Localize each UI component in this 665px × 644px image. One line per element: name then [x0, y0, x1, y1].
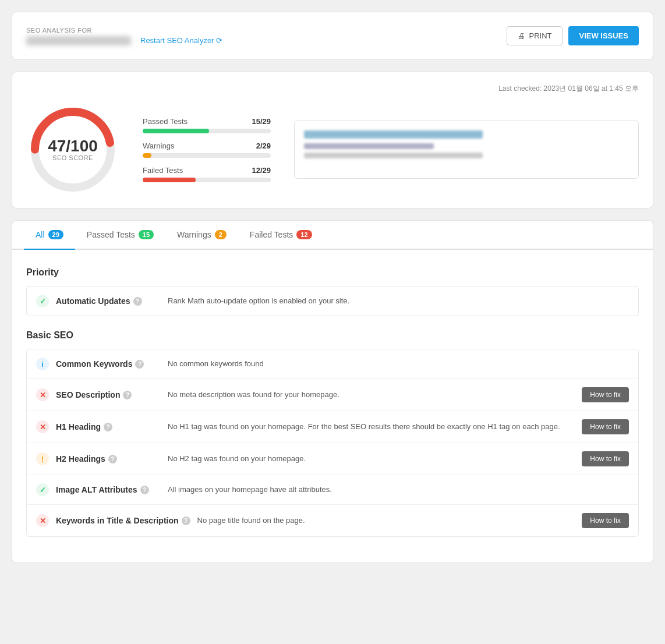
passed-tests-value: 15/29	[252, 117, 271, 126]
how-to-fix-keywords-title-desc[interactable]: How to fix	[582, 513, 629, 528]
priority-check-list: ✓ Automatic Updates ? Rank Math auto-upd…	[26, 286, 639, 316]
failed-tests-bar-bg	[143, 178, 271, 182]
warnings-label: Warnings	[143, 141, 174, 150]
warnings-stat: Warnings 2/29	[143, 141, 271, 158]
refresh-icon: ⟳	[216, 36, 222, 45]
warnings-bar-bg	[143, 153, 271, 158]
check-item-seo-description: ✕ SEO Description ? No meta description …	[27, 379, 638, 411]
passed-tests-bar-bg	[143, 129, 271, 133]
how-to-fix-seo-description[interactable]: How to fix	[582, 387, 629, 402]
header-buttons: 🖨 PRINT VIEW ISSUES	[507, 26, 639, 45]
check-desc-h2-headings: No H2 tag was found on your homepage.	[168, 453, 575, 465]
failed-tests-bar-fill	[143, 178, 196, 182]
check-icon-fail-seo-desc: ✕	[36, 388, 49, 401]
tab-warnings[interactable]: Warnings 2	[165, 221, 238, 250]
score-card: Last checked: 2023년 01월 06일 at 1:45 오후 4…	[12, 72, 653, 208]
check-item-h1-heading: ✕ H1 Heading ? No H1 tag was found on yo…	[27, 411, 638, 443]
check-label-automatic-updates: Automatic Updates ?	[56, 296, 161, 306]
header-left: SEO ANALYSIS FOR Restart SEO Analyzer ⟳	[26, 27, 222, 45]
priority-section-title: Priority	[26, 267, 639, 278]
failed-tests-stat: Failed Tests 12/29	[143, 166, 271, 182]
check-label-image-alt: Image ALT Attributes ?	[56, 485, 161, 494]
tab-all-label: All	[36, 230, 45, 239]
basic-seo-section-title: Basic SEO	[26, 330, 639, 341]
basic-seo-check-list: i Common Keywords ? No common keywords f…	[26, 349, 639, 537]
failed-tests-label: Failed Tests	[143, 166, 183, 175]
check-icon-pass-image-alt: ✓	[36, 483, 49, 496]
score-value: 47/100	[48, 138, 98, 154]
check-label-h1-heading: H1 Heading ?	[56, 422, 161, 431]
check-desc-image-alt: All images on your homepage have alt att…	[168, 484, 629, 496]
donut-text: 47/100 SEO SCORE	[48, 138, 98, 161]
help-icon-h2-headings[interactable]: ?	[108, 455, 117, 463]
check-desc-common-keywords: No common keywords found	[168, 358, 629, 370]
check-icon-info-keywords: i	[36, 358, 49, 370]
last-checked: Last checked: 2023년 01월 06일 at 1:45 오후	[26, 84, 639, 94]
passed-tests-label: Passed Tests	[143, 117, 188, 126]
warnings-bar-fill	[143, 153, 151, 158]
check-icon-pass: ✓	[36, 295, 49, 307]
help-icon-automatic-updates[interactable]: ?	[133, 297, 142, 306]
check-label-seo-description: SEO Description ?	[56, 390, 161, 399]
restart-label: Restart SEO Analyzer	[140, 36, 214, 45]
tab-all[interactable]: All 29	[24, 221, 75, 250]
site-url-blur	[26, 36, 131, 45]
check-icon-fail-h1: ✕	[36, 420, 49, 433]
preview-title-blur	[304, 130, 483, 139]
check-item-image-alt: ✓ Image ALT Attributes ? All images on y…	[27, 475, 638, 505]
tabs-content: Priority ✓ Automatic Updates ? Rank Math…	[12, 250, 653, 562]
help-icon-seo-description[interactable]: ?	[123, 391, 132, 399]
check-item-keywords-title-desc: ✕ Keywords in Title & Description ? No p…	[27, 505, 638, 536]
check-item-h2-headings: ! H2 Headings ? No H2 tag was found on y…	[27, 443, 638, 475]
check-item-common-keywords: i Common Keywords ? No common keywords f…	[27, 349, 638, 379]
help-icon-keywords-title-desc[interactable]: ?	[182, 516, 190, 525]
site-preview-box	[294, 121, 639, 179]
check-desc-automatic-updates: Rank Math auto-update option is enabled …	[168, 295, 629, 307]
tab-failed-label: Failed Tests	[250, 230, 293, 239]
print-button[interactable]: 🖨 PRINT	[507, 26, 563, 45]
printer-icon: 🖨	[518, 31, 525, 40]
check-desc-h1-heading: No H1 tag was found on your homepage. Fo…	[168, 421, 575, 433]
check-desc-seo-description: No meta description was found for your h…	[168, 389, 575, 401]
preview-desc-blur	[304, 143, 434, 149]
print-label: PRINT	[529, 31, 551, 40]
failed-tests-value: 12/29	[252, 166, 271, 175]
tab-passed-label: Passed Tests	[87, 230, 135, 239]
restart-seo-analyzer-link[interactable]: Restart SEO Analyzer ⟳	[140, 36, 222, 45]
check-label-keywords-title-desc: Keywords in Title & Description ?	[56, 516, 190, 525]
check-label-common-keywords: Common Keywords ?	[56, 359, 161, 369]
tab-failed[interactable]: Failed Tests 12	[238, 221, 324, 250]
how-to-fix-h1-heading[interactable]: How to fix	[582, 419, 629, 434]
header-card: SEO ANALYSIS FOR Restart SEO Analyzer ⟳ …	[12, 12, 653, 60]
passed-tests-stat: Passed Tests 15/29	[143, 117, 271, 133]
check-icon-fail-keywords-title: ✕	[36, 514, 49, 527]
tab-warnings-label: Warnings	[177, 230, 211, 239]
help-icon-h1-heading[interactable]: ?	[104, 423, 112, 431]
tab-passed-badge: 15	[139, 230, 154, 239]
tab-all-badge: 29	[48, 230, 63, 239]
check-label-h2-headings: H2 Headings ?	[56, 454, 161, 463]
warnings-value: 2/29	[256, 141, 271, 150]
check-item-automatic-updates: ✓ Automatic Updates ? Rank Math auto-upd…	[27, 286, 638, 316]
seo-analysis-label: SEO ANALYSIS FOR	[26, 27, 222, 34]
results-card: All 29 Passed Tests 15 Warnings 2 Failed…	[12, 220, 653, 563]
tabs-header: All 29 Passed Tests 15 Warnings 2 Failed…	[12, 221, 653, 250]
check-desc-keywords-title-desc: No page title found on the page.	[197, 515, 575, 526]
stats-block: Passed Tests 15/29 Warnings 2/29 Faile	[143, 117, 271, 182]
preview-meta-blur	[304, 153, 483, 158]
tab-warnings-badge: 2	[215, 230, 227, 239]
site-url-row: Restart SEO Analyzer ⟳	[26, 36, 222, 45]
help-icon-image-alt[interactable]: ?	[140, 486, 149, 494]
view-issues-button[interactable]: VIEW ISSUES	[568, 26, 639, 45]
score-content: 47/100 SEO SCORE Passed Tests 15/29 Warn…	[26, 103, 639, 196]
tab-passed[interactable]: Passed Tests 15	[75, 221, 165, 250]
check-icon-warn-h2: !	[36, 452, 49, 465]
passed-tests-bar-fill	[143, 129, 209, 133]
help-icon-common-keywords[interactable]: ?	[135, 360, 144, 369]
seo-score-donut: 47/100 SEO SCORE	[26, 103, 119, 196]
score-label: SEO SCORE	[48, 154, 98, 161]
how-to-fix-h2-headings[interactable]: How to fix	[582, 451, 629, 466]
tab-failed-badge: 12	[296, 230, 312, 239]
